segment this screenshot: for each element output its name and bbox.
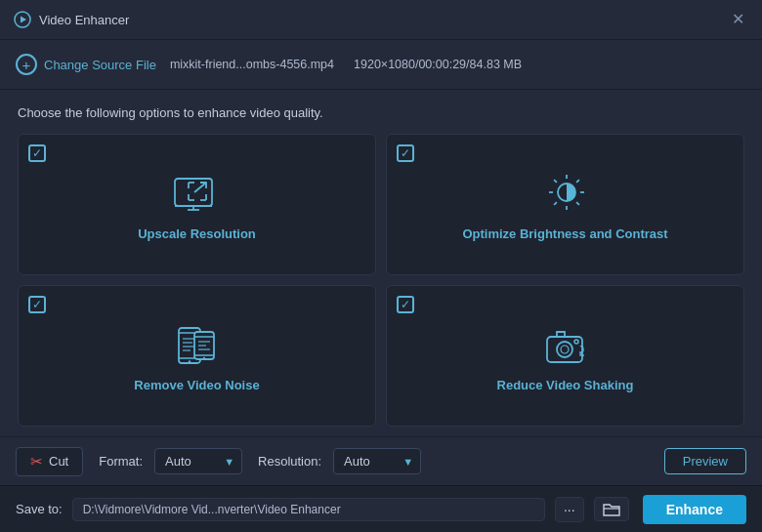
svg-line-17 [554, 180, 557, 183]
upscale-icon [168, 170, 227, 219]
format-label: Format: [99, 454, 143, 469]
window-title: Video Enhancer [39, 13, 129, 27]
change-source-label: Change Source File [44, 58, 156, 72]
upscale-checkbox[interactable] [28, 144, 46, 162]
app-icon [14, 11, 31, 28]
title-bar-left: Video Enhancer [14, 11, 129, 28]
scissors-icon: ✂ [30, 453, 43, 471]
option-upscale[interactable]: Upscale Resolution [18, 134, 376, 275]
plus-circle-icon: + [16, 54, 37, 75]
title-bar: Video Enhancer ✕ [0, 0, 762, 39]
close-button[interactable]: ✕ [728, 10, 748, 29]
shaking-checkbox[interactable] [397, 296, 414, 313]
cut-label: Cut [49, 454, 68, 469]
folder-icon [603, 502, 620, 516]
resolution-label: Resolution: [258, 454, 321, 469]
svg-marker-1 [21, 17, 26, 23]
noise-icon [168, 321, 227, 370]
resolution-select-wrap: Auto 1080p 720p 480p 360p ▼ [333, 448, 421, 474]
main-content: Choose the following options to enhance … [0, 90, 762, 436]
brightness-label: Optimize Brightness and Contrast [462, 226, 667, 241]
svg-point-37 [557, 342, 572, 357]
noise-label: Remove Video Noise [134, 378, 259, 392]
resolution-select[interactable]: Auto 1080p 720p 480p 360p [333, 448, 421, 474]
svg-line-18 [576, 202, 579, 205]
source-bar: + Change Source File mixkit-friend...omb… [0, 39, 762, 90]
source-meta: 1920×1080/00:00:29/84.83 MB [354, 58, 522, 71]
options-grid: Upscale Resolution [18, 134, 744, 427]
svg-point-32 [202, 357, 204, 359]
save-path-display: D:\Vidmore\Vidmore Vid...nverter\Video E… [72, 498, 545, 521]
svg-point-24 [188, 360, 190, 362]
format-select-wrap: Auto MP4 MKV AVI MOV ▼ [154, 448, 242, 474]
shaking-icon [536, 321, 595, 370]
svg-point-38 [561, 346, 569, 353]
save-to-label: Save to: [16, 502, 63, 516]
instruction-text: Choose the following options to enhance … [18, 105, 744, 120]
noise-checkbox[interactable] [28, 296, 46, 313]
format-select[interactable]: Auto MP4 MKV AVI MOV [154, 448, 242, 474]
folder-button[interactable] [594, 497, 629, 521]
source-filename: mixkit-friend...ombs-4556.mp4 [170, 58, 334, 71]
brightness-checkbox[interactable] [397, 144, 414, 162]
dots-button[interactable]: ··· [555, 497, 584, 522]
cut-button[interactable]: ✂ Cut [16, 447, 83, 476]
change-source-button[interactable]: + Change Source File [16, 54, 156, 75]
save-bar: Save to: D:\Vidmore\Vidmore Vid...nverte… [0, 485, 762, 532]
preview-button[interactable]: Preview [664, 448, 746, 474]
upscale-label: Upscale Resolution [138, 226, 256, 241]
option-brightness[interactable]: Optimize Brightness and Contrast [386, 134, 744, 275]
shaking-label: Reduce Video Shaking [497, 378, 634, 392]
svg-line-20 [554, 202, 557, 205]
enhance-button[interactable]: Enhance [643, 495, 746, 524]
bottom-toolbar: ✂ Cut Format: Auto MP4 MKV AVI MOV ▼ Res… [0, 436, 762, 485]
brightness-icon [536, 170, 595, 219]
option-shaking[interactable]: Reduce Video Shaking [386, 285, 744, 427]
option-noise[interactable]: Remove Video Noise [18, 285, 376, 427]
svg-point-39 [574, 340, 578, 344]
svg-line-19 [576, 180, 579, 183]
